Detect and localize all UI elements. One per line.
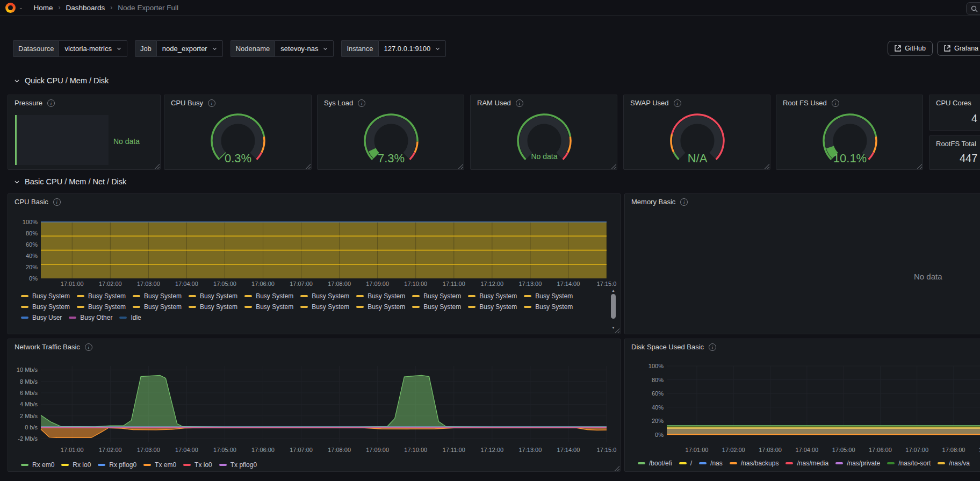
chevron-down-icon	[117, 46, 121, 51]
panel-title[interactable]: Disk Space Used Basic	[631, 343, 704, 351]
legend-item[interactable]: /boot/efi	[638, 460, 672, 467]
legend-item[interactable]: Tx em0	[143, 461, 176, 469]
info-icon[interactable]: i	[208, 99, 215, 107]
legend-item[interactable]: /nas/to-sort	[887, 460, 931, 467]
legend-item[interactable]: Tx pflog0	[219, 461, 257, 469]
panel-pressure: Pressurei No data	[8, 95, 161, 170]
legend-scrollbar[interactable]: ▲ ▼	[611, 290, 616, 328]
panel-title[interactable]: CPU Busy	[171, 99, 203, 107]
legend-item[interactable]: /nas/va	[938, 460, 970, 467]
gauge: 0.3%	[192, 109, 284, 167]
legend-item[interactable]: Rx pflog0	[98, 461, 136, 469]
legend-item[interactable]: Busy System	[77, 303, 126, 311]
variable-label: Nodename	[230, 40, 275, 57]
variable-dropdown-datasource[interactable]: victoria-metrics	[59, 40, 127, 57]
panel-title[interactable]: Sys Load	[324, 99, 353, 107]
legend-item[interactable]: /nas/private	[835, 460, 880, 467]
info-icon[interactable]: i	[47, 99, 55, 107]
legend-item[interactable]: Busy System	[356, 292, 405, 300]
resize-grip[interactable]	[614, 465, 619, 471]
panel-title[interactable]: CPU Cores	[936, 99, 971, 107]
legend-item[interactable]: Busy User	[21, 314, 62, 321]
resize-grip[interactable]	[610, 163, 616, 169]
info-icon[interactable]: i	[516, 99, 523, 107]
row-basic-cpu-mem-net-disk[interactable]: Basic CPU / Mem / Net / Disk	[14, 177, 126, 186]
legend-item[interactable]: Busy System	[468, 303, 517, 311]
x-axis-tick-label: 17:12:00	[473, 281, 511, 287]
panel-title[interactable]: SWAP Used	[630, 99, 669, 107]
variable-dropdown-nodename[interactable]: setevoy-nas	[275, 40, 334, 57]
panel-title[interactable]: Network Traffic Basic	[15, 343, 80, 351]
github-link-button[interactable]: GitHub	[888, 41, 933, 56]
legend-item[interactable]: /nas/media	[786, 460, 828, 467]
legend-swatch	[412, 306, 420, 308]
panel-title[interactable]: Memory Basic	[631, 198, 675, 206]
resize-grip[interactable]	[154, 163, 160, 169]
legend-swatch	[244, 306, 252, 308]
info-icon[interactable]: i	[53, 198, 61, 206]
panel-title[interactable]: RootFS Total	[936, 140, 976, 148]
variable-dropdown-instance[interactable]: 127.0.0.1:9100	[378, 40, 446, 57]
panel-title[interactable]: CPU Basic	[15, 198, 48, 206]
variable-label: Instance	[341, 40, 378, 57]
legend-item[interactable]: Busy System	[133, 303, 182, 311]
info-icon[interactable]: i	[709, 343, 716, 351]
legend-item[interactable]: Busy System	[77, 292, 126, 300]
legend-item[interactable]: Busy System	[189, 292, 237, 300]
legend-swatch	[189, 306, 196, 308]
x-axis-tick-label: 17:05:00	[206, 281, 243, 287]
legend-item[interactable]: Busy Other	[69, 314, 112, 321]
svg-text:0.3%: 0.3%	[225, 152, 251, 165]
legend-item[interactable]: Tx lo0	[183, 461, 212, 469]
resize-grip[interactable]	[457, 163, 463, 169]
legend-item[interactable]: Rx lo0	[61, 461, 91, 469]
legend-item[interactable]: Busy System	[300, 292, 349, 300]
legend-item[interactable]: Busy System	[412, 303, 461, 311]
legend-item[interactable]: Idle	[119, 314, 141, 321]
info-icon[interactable]: i	[85, 343, 92, 351]
resize-grip[interactable]	[763, 163, 769, 169]
legend-item[interactable]: Busy System	[244, 292, 293, 300]
legend-item[interactable]: Rx em0	[21, 461, 54, 469]
legend-swatch	[21, 464, 28, 466]
resize-grip[interactable]	[916, 163, 922, 169]
legend-item[interactable]: Busy System	[468, 292, 517, 300]
x-axis-tick-label: 17:11:00	[435, 447, 473, 453]
resize-grip[interactable]	[305, 163, 311, 169]
legend-item[interactable]: Busy System	[524, 303, 573, 311]
legend-item[interactable]: Busy System	[21, 303, 70, 311]
grafana-link-button[interactable]: Grafana	[937, 41, 980, 56]
breadcrumb-home[interactable]: Home	[34, 4, 53, 12]
legend-item[interactable]: Busy System	[356, 303, 405, 311]
panel-title[interactable]: RAM Used	[477, 99, 511, 107]
legend-item[interactable]: /nas/backups	[730, 460, 779, 467]
legend-item[interactable]: Busy System	[21, 292, 70, 300]
legend-item[interactable]: /	[679, 460, 692, 467]
y-axis-tick-label: 6 Mb/s	[8, 390, 38, 396]
breadcrumb-dashboards[interactable]: Dashboards	[66, 4, 105, 12]
legend-item[interactable]: Busy System	[412, 292, 461, 300]
legend-item[interactable]: Busy System	[524, 292, 573, 300]
legend-item[interactable]: /nas	[699, 460, 723, 467]
info-icon[interactable]: i	[674, 99, 681, 107]
row-quick-cpu-mem-disk[interactable]: Quick CPU / Mem / Disk	[14, 76, 109, 85]
legend-row: Busy SystemBusy SystemBusy SystemBusy Sy…	[21, 303, 573, 311]
nav-chevron-down-icon[interactable]: ⌄	[19, 5, 23, 10]
panel-cpu-busy: CPU Busyi0.3%	[164, 95, 312, 170]
info-icon[interactable]: i	[832, 99, 839, 107]
scroll-up-icon[interactable]: ▲	[611, 289, 616, 292]
x-axis-tick-label: 17:02:00	[91, 447, 129, 453]
legend-item[interactable]: Busy System	[189, 303, 237, 311]
search-button[interactable]	[966, 2, 980, 15]
legend-item[interactable]: Busy System	[133, 292, 182, 300]
legend-item[interactable]: Busy System	[300, 303, 349, 311]
info-icon[interactable]: i	[358, 99, 365, 107]
scroll-down-icon[interactable]: ▼	[611, 326, 616, 329]
panel-title[interactable]: Root FS Used	[783, 99, 827, 107]
info-icon[interactable]: i	[680, 198, 688, 206]
panel-title[interactable]: Pressure	[15, 99, 42, 107]
grafana-logo[interactable]	[5, 3, 16, 13]
scrollbar-thumb[interactable]	[611, 294, 616, 319]
legend-item[interactable]: Busy System	[244, 303, 293, 311]
variable-dropdown-job[interactable]: node_exporter	[156, 40, 223, 57]
